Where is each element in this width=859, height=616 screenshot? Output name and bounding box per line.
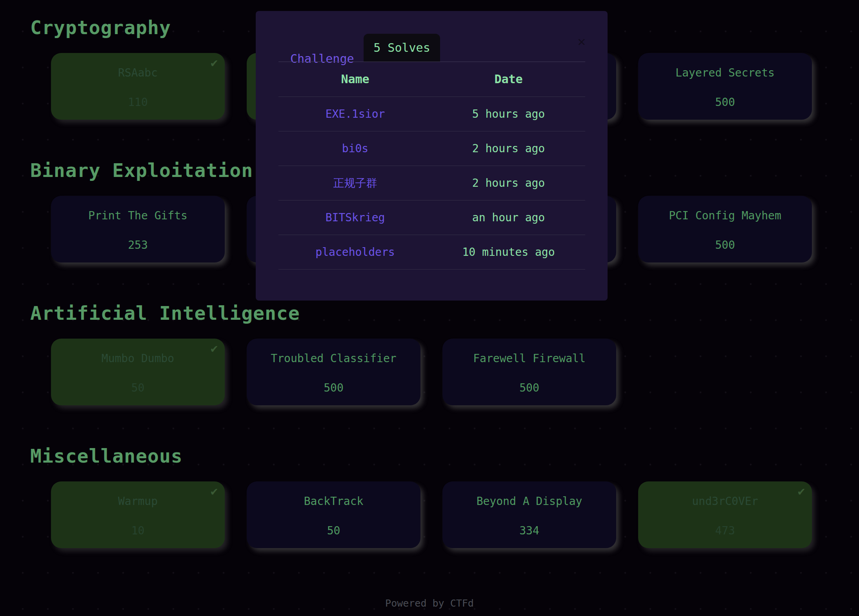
challenge-name: Print The Gifts [88,210,187,222]
table-header-row: Name Date [278,62,585,97]
check-icon: ✔ [798,485,805,497]
challenge-card-beyond-a-display[interactable]: Beyond A Display 334 [442,481,616,548]
challenge-points: 473 [715,524,735,537]
challenge-card-pci-config-mayhem[interactable]: PCI Config Mayhem 500 [638,196,812,262]
challenge-points: 50 [327,524,340,537]
card-grid: ✔ Mumbo Dumbo 50 Troubled Classifier 500… [51,339,859,405]
challenge-card-farewell-firewall[interactable]: Farewell Firewall 500 [442,339,616,405]
challenge-name: Mumbo Dumbo [102,353,174,364]
challenge-points: 500 [324,381,344,394]
challenges-page: Cryptography ✔ RSAabc 110 Layered Secret… [0,0,859,616]
column-header-date: Date [432,62,585,97]
challenge-name: Beyond A Display [477,496,582,507]
solve-date: an hour ago [432,200,585,235]
solver-name-link[interactable]: EXE.1sior [278,97,432,131]
challenge-card-rsaabc[interactable]: ✔ RSAabc 110 [51,53,225,120]
challenge-modal: Challenge 5 Solves ✕ Name Date EXE.1sior… [256,11,608,301]
tab-solves[interactable]: 5 Solves [364,34,440,62]
check-icon: ✔ [211,485,218,497]
challenge-card-und3rc0ver[interactable]: ✔ und3rC0VEr 473 [638,481,812,548]
challenge-points: 500 [519,381,539,394]
solver-name-link[interactable]: 正规子群 [278,166,432,200]
section-title: Artificial Intelligence [30,301,859,325]
challenge-points: 10 [131,524,145,537]
challenge-name: Troubled Classifier [271,353,396,364]
solves-table: Name Date EXE.1sior 5 hours ago bi0s 2 h… [278,62,585,270]
solve-date: 5 hours ago [432,97,585,131]
challenge-card-warmup[interactable]: ✔ Warmup 10 [51,481,225,548]
challenge-name: und3rC0VEr [692,496,758,507]
card-grid: ✔ Warmup 10 BackTrack 50 Beyond A Displa… [51,481,859,548]
solve-date: 2 hours ago [432,166,585,200]
section-title: Miscellaneous [30,444,859,468]
solve-date: 10 minutes ago [432,235,585,269]
challenge-points: 110 [128,96,148,109]
challenge-points: 253 [128,239,148,252]
solver-name-link[interactable]: bi0s [278,131,432,166]
challenge-name: Layered Secrets [675,67,775,79]
challenge-name: Farewell Firewall [473,353,586,364]
challenge-card-mumbo-dumbo[interactable]: ✔ Mumbo Dumbo 50 [51,339,225,405]
challenge-points: 500 [715,239,735,252]
close-icon[interactable]: ✕ [578,35,586,48]
challenge-points: 500 [715,96,735,109]
check-icon: ✔ [211,343,218,354]
challenge-card-backtrack[interactable]: BackTrack 50 [247,481,420,548]
table-row: EXE.1sior 5 hours ago [278,97,585,131]
challenge-name: PCI Config Mayhem [669,210,781,222]
challenge-card-layered-secrets[interactable]: Layered Secrets 500 [638,53,812,120]
check-icon: ✔ [211,57,218,69]
challenge-name: RSAabc [118,67,158,79]
table-row: bi0s 2 hours ago [278,131,585,166]
challenge-card-troubled-classifier[interactable]: Troubled Classifier 500 [247,339,420,405]
section-miscellaneous: Miscellaneous ✔ Warmup 10 BackTrack 50 B… [30,444,859,548]
solver-name-link[interactable]: BITSkrieg [278,200,432,235]
section-artificial-intelligence: Artificial Intelligence ✔ Mumbo Dumbo 50… [30,301,859,405]
solve-date: 2 hours ago [432,131,585,166]
powered-by-ctfd-link[interactable]: Powered by CTFd [0,598,859,609]
solver-name-link[interactable]: placeholders [278,235,432,269]
challenge-card-print-the-gifts[interactable]: Print The Gifts 253 [51,196,225,262]
challenge-name: Warmup [118,496,158,507]
challenge-points: 50 [131,381,145,394]
table-row: placeholders 10 minutes ago [278,235,585,270]
challenge-name: BackTrack [304,496,364,507]
column-header-name: Name [278,62,432,97]
table-row: BITSkrieg an hour ago [278,200,585,235]
challenge-points: 334 [519,524,539,537]
table-row: 正规子群 2 hours ago [278,166,585,200]
